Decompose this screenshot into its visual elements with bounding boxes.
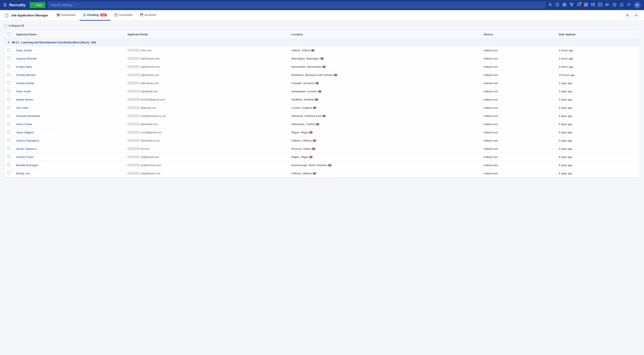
user-avatar[interactable]: TF [634,2,641,8]
date-cell: 6 days ago [556,153,640,161]
globe-icon[interactable] [562,2,566,7]
applicant-name-link[interactable]: Famida Member [16,73,36,76]
tab-dashboard[interactable]: Dashboard [54,10,79,20]
source-cell: Indeed.com [481,136,556,145]
row-checkbox[interactable] [7,139,10,142]
puzzle-icon[interactable] [584,2,588,7]
group-count: (30) [91,41,96,44]
group-toggle-icon[interactable]: ▼ [7,41,10,44]
row-checkbox[interactable] [7,65,10,68]
email-masked [127,90,140,93]
applicant-name-cell: Areeba Shahid [13,79,124,87]
applicant-name-link[interactable]: Daisy Jordan [16,49,32,52]
email-visible: ail.com [141,147,150,150]
row-checkbox-cell [4,95,13,104]
table-row: Areeba Shahid l@outlook.com Cheadle, Sto… [4,79,640,87]
svg-rect-33 [58,15,60,16]
svg-point-25 [606,5,606,6]
table-row: Adam Kader r@talktalk.net Hampstead, Cam… [4,87,640,95]
date-cell: 22 hours ago [556,71,640,79]
select-all-header[interactable] [4,30,13,39]
applicant-email-cell: ndy@gmail.com [124,169,288,177]
source-cell: Indeed.com [481,46,556,54]
notification-bell-icon[interactable] [577,2,581,7]
bell-icon[interactable] [620,2,624,7]
person-action-button[interactable] [624,12,631,19]
applicant-name-link[interactable]: Adam Kader [16,90,31,93]
row-checkbox[interactable] [7,73,10,76]
clock-icon[interactable] [555,2,560,7]
applicant-name-link[interactable]: Andrew Foster [16,155,34,159]
row-checkbox[interactable] [7,57,10,59]
applicant-name-link[interactable]: Mariella Branagan [16,164,38,167]
row-checkbox[interactable] [7,163,10,166]
select-all-checkbox[interactable] [7,32,10,35]
svg-line-28 [616,3,616,4]
svg-rect-30 [57,14,58,15]
col-applicant-name: Applicant Name [13,30,124,39]
group-row: ▼ JB-11 : Learning and Development Coord… [4,39,640,46]
hamburger-menu-icon[interactable]: ☰ [3,3,7,7]
table-body: ▼ JB-11 : Learning and Development Coord… [4,39,640,177]
applicant-email-cell: @hotmail.co.uk [124,136,288,145]
applicant-name-link[interactable]: Jayne Wiggins [16,131,34,134]
mail-icon[interactable] [591,2,595,7]
calendar-icon[interactable] [598,2,602,7]
search-input[interactable] [48,2,546,8]
applicant-name-link[interactable]: Alison Cooke [16,123,32,126]
new-button[interactable]: → New [30,2,45,8]
applicant-name-link[interactable]: Natalie Barker [16,98,33,101]
row-checkbox[interactable] [7,122,10,125]
email-visible: @gmail.com [141,106,156,109]
applicant-name-link[interactable]: James Taleporos [16,147,36,150]
email-masked [127,155,140,158]
tab-scheduled[interactable]: Scheduled [111,10,136,20]
person-circle-icon[interactable] [548,2,552,7]
applicant-name-link[interactable]: Wendy Lea [16,172,30,175]
row-checkbox-cell [4,63,13,71]
table-row: Daisy Jordan mail.com Salford, Salford 🇬… [4,46,640,54]
row-checkbox[interactable] [7,114,10,117]
applicant-email-cell: onds@hotmail.co.uk [124,112,288,120]
email-visible: onds@hotmail.co.uk [141,114,166,118]
row-checkbox[interactable] [7,131,10,133]
checklist-icon[interactable] [605,2,610,7]
collapse-all-checkbox[interactable] [4,24,7,27]
applicant-name-link[interactable]: Gradys Nyka [16,65,32,68]
applicant-name-link[interactable]: Jess Allan [16,106,28,109]
applicant-name-link[interactable]: Jaspreet Bharath [16,57,37,60]
row-checkbox[interactable] [7,81,10,84]
applicant-name-link[interactable]: Jessica Sitiwatjana [16,139,39,142]
svg-rect-13 [584,5,586,6]
table-row: Jayne Wiggins ns14@gmail.com Wigan, Wiga… [4,128,640,136]
row-checkbox[interactable] [7,90,10,92]
row-checkbox[interactable] [7,155,10,158]
applicant-email-cell: a@hotmail.com [124,63,288,71]
tab-archived[interactable]: Archived [137,10,159,20]
alarm-icon[interactable] [612,2,617,7]
email-masked [127,82,140,84]
row-checkbox[interactable] [7,106,10,109]
svg-rect-11 [584,3,586,4]
applicant-name-link[interactable]: Areeba Shahid [16,82,34,85]
date-cell: 2 hours ago [556,54,640,63]
row-checkbox[interactable] [7,172,10,174]
location-cell: Wilmslow, Cheshire East 🇬🇧 [288,112,481,120]
top-navigation: ☰ Recruitly → New [0,0,644,10]
row-checkbox[interactable] [7,147,10,150]
applicant-name-link[interactable]: Chanelle Bondswell [16,114,40,118]
source-cell: Indeed.com [481,169,556,177]
svg-rect-35 [115,14,117,16]
settings-action-button[interactable] [633,12,640,19]
location-cell: Cheadle, Stockport 🇬🇧 [288,79,481,87]
settings-icon[interactable] [627,2,631,7]
row-checkbox[interactable] [7,48,10,51]
tab-pending[interactable]: Pending 157 [80,10,110,20]
collapse-all-label[interactable]: Collapse All [9,24,24,27]
row-checkbox[interactable] [7,98,10,100]
app-nav-icon: 📋 [4,13,9,18]
location-cell: Wigan, Wigan 🇬🇧 [288,153,481,161]
branches-icon[interactable] [570,2,574,7]
applicant-name-cell: Daisy Jordan [13,46,124,54]
sub-navigation: 📋 Job Application Manager Dashboard Pend… [0,10,644,20]
